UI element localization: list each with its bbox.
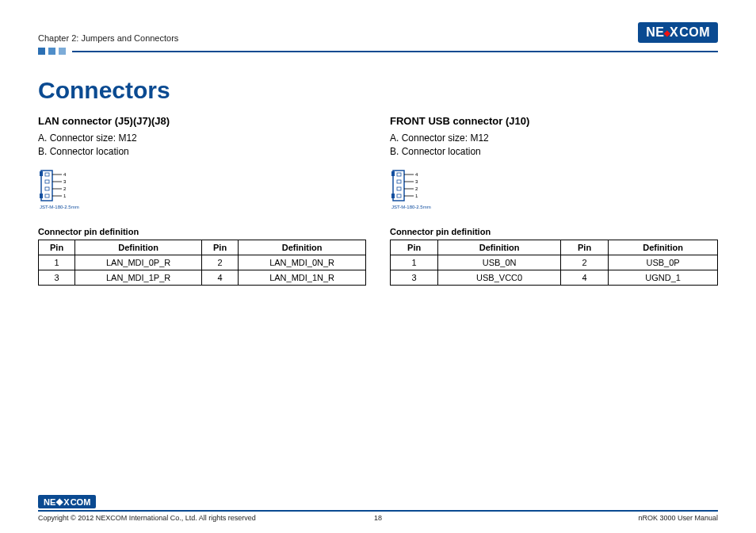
usb-connector-diagram: 4 3 2 1 JST-M-180-2.5mm [390, 169, 445, 213]
cell-pin: 4 [201, 270, 238, 285]
usb-table-caption: Connector pin definition [390, 227, 718, 236]
svg-rect-21 [397, 194, 401, 197]
cell-pin: 1 [39, 255, 75, 270]
svg-rect-19 [397, 180, 401, 183]
pin-num: 2 [63, 186, 67, 191]
cell-def: USB_0P [609, 255, 718, 270]
svg-rect-11 [393, 171, 404, 201]
left-column: LAN connector (J5)(J7)(J8) A. Connector … [38, 115, 366, 286]
svg-rect-12 [391, 171, 395, 176]
th-def: Definition [438, 240, 561, 255]
svg-rect-2 [40, 194, 43, 198]
th-pin: Pin [391, 240, 438, 255]
usb-size-line: A. Connector size: M12 [390, 132, 718, 145]
usb-pin-table: Pin Definition Pin Definition 1 USB_0N 2… [390, 240, 718, 286]
cell-def: LAN_MDI_0P_R [75, 255, 202, 270]
logo-part-x: X [670, 25, 678, 40]
content-columns: LAN connector (J5)(J7)(J8) A. Connector … [38, 115, 718, 286]
pin-num: 3 [415, 179, 418, 184]
copyright-text: Copyright © 2012 NEXCOM International Co… [38, 514, 256, 522]
cell-def: LAN_MDI_1N_R [239, 270, 366, 285]
cell-pin: 3 [391, 270, 438, 285]
lan-table-caption: Connector pin definition [38, 227, 366, 236]
footer-rule [38, 510, 718, 512]
svg-rect-18 [397, 173, 401, 176]
diagram-label: JST-M-180-2.5mm [391, 205, 431, 209]
logo-part-ne: NE [44, 497, 55, 507]
th-def: Definition [75, 240, 202, 255]
lan-location-line: B. Connector location [38, 145, 366, 159]
lan-heading: LAN connector (J5)(J7)(J8) [38, 115, 366, 127]
th-def: Definition [609, 240, 718, 255]
table-header-row: Pin Definition Pin Definition [391, 240, 718, 255]
chapter-label: Chapter 2: Jumpers and Connectors [38, 33, 178, 43]
lan-connector-diagram: 4 3 2 1 JST-M-180-2.5mm [38, 169, 94, 213]
logo-part-com: COM [71, 497, 91, 507]
cell-pin: 1 [391, 255, 438, 270]
th-def: Definition [239, 240, 366, 255]
table-row: 1 USB_0N 2 USB_0P [391, 255, 718, 270]
manual-name: nROK 3000 User Manual [638, 514, 718, 522]
cell-pin: 3 [39, 270, 75, 285]
cell-def: LAN_MDI_0N_R [239, 255, 366, 270]
cell-def: UGND_1 [609, 270, 718, 285]
th-pin: Pin [201, 240, 238, 255]
footer-nexcom-logo: NE◆XCOM [38, 495, 96, 508]
pin-num: 1 [415, 194, 418, 198]
svg-rect-10 [45, 194, 49, 197]
decor-square-icon [48, 48, 55, 55]
logo-part-x: X [63, 497, 69, 507]
table-header-row: Pin Definition Pin Definition [39, 240, 366, 255]
logo-dot-icon: ◆ [56, 497, 63, 507]
pin-num: 4 [63, 172, 67, 177]
table-row: 3 LAN_MDI_1P_R 4 LAN_MDI_1N_R [39, 270, 366, 285]
cell-pin: 2 [201, 255, 238, 270]
svg-rect-0 [41, 171, 52, 201]
page-header: Chapter 2: Jumpers and Connectors NE◆XCO… [38, 16, 718, 43]
diagram-label: JST-M-180-2.5mm [40, 205, 79, 209]
svg-rect-8 [45, 180, 49, 183]
page-title: Connectors [38, 77, 718, 104]
decor-square-icon [59, 48, 66, 55]
cell-def: LAN_MDI_1P_R [75, 270, 202, 285]
svg-rect-20 [397, 187, 401, 190]
right-column: FRONT USB connector (J10) A. Connector s… [390, 115, 718, 286]
table-row: 1 LAN_MDI_0P_R 2 LAN_MDI_0N_R [39, 255, 366, 270]
cell-def: USB_0N [438, 255, 561, 270]
svg-rect-1 [40, 171, 43, 176]
table-row: 3 USB_VCC0 4 UGND_1 [391, 270, 718, 285]
th-pin: Pin [560, 240, 608, 255]
logo-part-ne: NE [646, 25, 664, 40]
decor-square-icon [38, 48, 45, 55]
usb-location-line: B. Connector location [390, 145, 718, 159]
page-footer: NE◆XCOM Copyright © 2012 NEXCOM Internat… [38, 494, 718, 523]
pin-num: 2 [415, 186, 418, 191]
svg-rect-9 [45, 187, 49, 190]
th-pin: Pin [39, 240, 75, 255]
svg-rect-13 [391, 194, 395, 198]
page-number: 18 [374, 514, 382, 522]
nexcom-logo: NE◆XCOM [638, 22, 718, 43]
usb-heading: FRONT USB connector (J10) [390, 115, 718, 127]
cell-pin: 4 [560, 270, 608, 285]
lan-pin-table: Pin Definition Pin Definition 1 LAN_MDI_… [38, 240, 366, 286]
pin-num: 1 [63, 194, 67, 198]
header-rule [72, 51, 718, 52]
logo-part-com: COM [679, 25, 710, 40]
header-divider [38, 48, 718, 55]
cell-pin: 2 [560, 255, 608, 270]
lan-size-line: A. Connector size: M12 [38, 132, 366, 145]
svg-rect-7 [45, 173, 49, 176]
cell-def: USB_VCC0 [438, 270, 561, 285]
pin-num: 4 [415, 172, 418, 177]
pin-num: 3 [63, 179, 67, 184]
